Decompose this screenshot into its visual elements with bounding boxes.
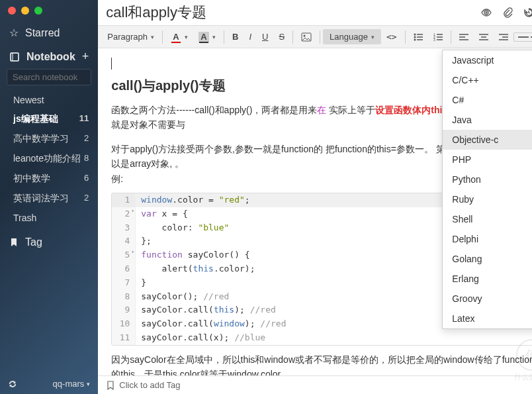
more-options-button[interactable] bbox=[513, 32, 532, 42]
sidebar-item[interactable]: Trash bbox=[0, 209, 98, 227]
language-option[interactable]: Groovy bbox=[443, 289, 532, 309]
text-color-button[interactable]: A bbox=[165, 29, 193, 45]
svg-point-4 bbox=[304, 34, 306, 36]
svg-rect-0 bbox=[11, 53, 19, 61]
underline-button[interactable]: U bbox=[257, 29, 273, 44]
language-option[interactable]: Ruby bbox=[443, 189, 532, 209]
sidebar-starred[interactable]: ☆ Starred bbox=[0, 21, 98, 44]
note-title-input[interactable] bbox=[106, 4, 480, 21]
language-option[interactable]: C/C++ bbox=[443, 70, 532, 90]
language-option[interactable]: PHP bbox=[443, 150, 532, 170]
language-option[interactable]: Latex bbox=[443, 309, 532, 328]
svg-point-7 bbox=[414, 38, 416, 40]
attachment-icon[interactable] bbox=[502, 7, 513, 19]
strike-button[interactable]: S bbox=[273, 29, 290, 44]
language-option[interactable]: Delphi bbox=[443, 229, 532, 249]
sidebar-notebook-header[interactable]: Notebook + bbox=[0, 44, 98, 69]
language-option[interactable]: Java bbox=[443, 110, 532, 130]
minimize-window-icon[interactable] bbox=[21, 7, 29, 15]
number-list-button[interactable]: 123 bbox=[428, 30, 448, 44]
language-select[interactable]: Language bbox=[323, 29, 381, 44]
editor-toolbar: Paragraph A A B I U S Language <> 123 bbox=[98, 25, 532, 48]
history-icon[interactable] bbox=[523, 7, 532, 19]
svg-text:3: 3 bbox=[433, 38, 435, 41]
notebook-item-label: 英语词法学习 bbox=[13, 193, 69, 205]
window-controls bbox=[0, 0, 98, 21]
user-menu[interactable]: qq-mars ▾ bbox=[53, 379, 91, 389]
tag-icon bbox=[106, 381, 115, 390]
highlight-color-button[interactable]: A bbox=[193, 29, 221, 45]
sidebar-item[interactable]: js编程基础11 bbox=[0, 109, 98, 129]
language-option[interactable]: Erlang bbox=[443, 269, 532, 289]
tag-bar[interactable]: Click to add Tag bbox=[98, 375, 532, 394]
notebook-list: Newestjs编程基础11高中数学学习2leanote功能介绍8初中数学6英语… bbox=[0, 91, 98, 227]
sidebar-item[interactable]: Newest bbox=[0, 91, 98, 109]
language-dropdown: JavascriptC/C++C#JavaObjective-cPHPPytho… bbox=[442, 50, 532, 329]
chevron-down-icon: ▾ bbox=[87, 381, 90, 387]
bullet-list-button[interactable] bbox=[408, 30, 428, 44]
language-option[interactable]: Shell bbox=[443, 209, 532, 229]
add-notebook-icon[interactable]: + bbox=[82, 50, 89, 64]
paragraph-3: 因为sayColor在全局域中，所以this和window或者不写都是等价的，所… bbox=[111, 352, 532, 375]
tag-placeholder: Click to add Tag bbox=[119, 380, 180, 390]
notebook-item-label: Newest bbox=[13, 95, 44, 105]
tag-label: Tag bbox=[25, 236, 42, 248]
sidebar-item[interactable]: leanote功能介绍8 bbox=[0, 149, 98, 169]
bold-button[interactable]: B bbox=[227, 29, 244, 44]
bookmark-icon bbox=[9, 238, 19, 247]
notebook-item-count: 11 bbox=[79, 113, 89, 125]
sync-icon[interactable] bbox=[8, 379, 17, 389]
paragraph-select[interactable]: Paragraph bbox=[102, 29, 159, 44]
sidebar-item[interactable]: 高中数学学习2 bbox=[0, 129, 98, 149]
code-button[interactable]: <> bbox=[381, 29, 402, 44]
language-option[interactable]: Python bbox=[443, 170, 532, 189]
close-window-icon[interactable] bbox=[8, 7, 16, 15]
svg-point-6 bbox=[414, 36, 416, 38]
language-option[interactable]: Objective-c bbox=[443, 130, 532, 150]
notebook-item-count: 2 bbox=[84, 193, 89, 205]
language-option[interactable]: C# bbox=[443, 90, 532, 110]
align-right-button[interactable] bbox=[494, 30, 513, 44]
eye-icon[interactable] bbox=[480, 7, 492, 19]
notebook-item-count: 2 bbox=[84, 133, 89, 145]
notebook-icon bbox=[9, 52, 20, 62]
notebook-item-label: leanote功能介绍 bbox=[13, 153, 81, 165]
align-left-button[interactable] bbox=[454, 30, 474, 44]
sidebar-item[interactable]: 英语词法学习2 bbox=[0, 189, 98, 209]
notebook-item-count: 6 bbox=[84, 173, 89, 185]
svg-point-5 bbox=[414, 33, 416, 35]
notebook-item-label: 初中数学 bbox=[13, 173, 50, 185]
notebook-item-label: Trash bbox=[13, 213, 36, 223]
star-icon: ☆ bbox=[9, 26, 19, 39]
starred-label: Starred bbox=[25, 27, 60, 39]
code-line: 11sayColor.call(x); //blue bbox=[112, 331, 532, 345]
notebook-item-label: 高中数学学习 bbox=[13, 133, 69, 145]
notebook-label: Notebook bbox=[26, 51, 75, 63]
notebook-item-label: js编程基础 bbox=[13, 113, 58, 125]
language-option[interactable]: Golang bbox=[443, 249, 532, 269]
sidebar-tag[interactable]: Tag bbox=[0, 231, 98, 254]
language-option[interactable]: Javascript bbox=[443, 50, 532, 70]
user-label: qq-mars bbox=[53, 379, 85, 389]
image-button[interactable] bbox=[296, 30, 317, 44]
svg-point-2 bbox=[485, 12, 487, 14]
search-input[interactable] bbox=[7, 69, 91, 85]
notebook-item-count: 8 bbox=[84, 153, 89, 165]
maximize-window-icon[interactable] bbox=[34, 7, 42, 15]
align-center-button[interactable] bbox=[474, 30, 494, 44]
sidebar-item[interactable]: 初中数学6 bbox=[0, 169, 98, 189]
italic-button[interactable]: I bbox=[244, 29, 257, 44]
